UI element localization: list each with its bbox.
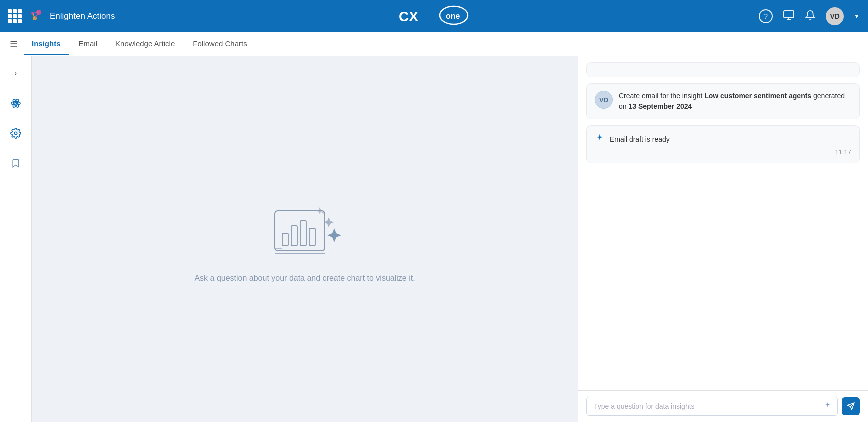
help-icon[interactable]: ? xyxy=(759,9,773,23)
message-header: VD Create email for the insight Low cust… xyxy=(595,91,852,112)
svg-text:one: one xyxy=(446,12,460,20)
chat-input[interactable] xyxy=(586,397,838,416)
message-card-ai: Email draft is ready 11:17 xyxy=(586,125,860,163)
right-chat-panel: VD Create email for the insight Low cust… xyxy=(578,56,868,422)
nav-left: Enlighten Actions xyxy=(8,7,115,25)
svg-rect-20 xyxy=(300,221,306,246)
send-icon xyxy=(847,402,855,410)
tab-email[interactable]: Email xyxy=(71,33,106,55)
user-avatar[interactable]: VD xyxy=(826,7,844,25)
send-button[interactable] xyxy=(842,397,860,415)
apps-grid-icon[interactable] xyxy=(8,9,22,23)
monitor-icon[interactable] xyxy=(783,9,795,24)
sidebar-atom-icon[interactable] xyxy=(7,94,25,112)
sidebar-expand-button[interactable]: › xyxy=(7,64,25,82)
ai-message-header: Email draft is ready xyxy=(595,133,852,145)
main-layout: › xyxy=(0,56,868,422)
cxone-logo-center: CX one xyxy=(399,5,469,27)
user-menu-chevron-icon[interactable]: ▼ xyxy=(854,13,860,20)
message-card-partial xyxy=(586,62,860,77)
sidebar-bookmark-icon[interactable] xyxy=(7,154,25,172)
svg-text:CX: CX xyxy=(399,9,418,24)
svg-rect-18 xyxy=(282,233,288,246)
svg-rect-19 xyxy=(292,226,298,246)
svg-rect-9 xyxy=(784,11,794,18)
user-message-text: Create email for the insight Low custome… xyxy=(619,91,852,112)
tab-insights[interactable]: Insights xyxy=(24,33,69,55)
svg-point-16 xyxy=(14,132,18,135)
empty-state-text: Ask a question about your data and creat… xyxy=(194,274,415,283)
nav-right: ? VD ▼ xyxy=(759,7,860,25)
chat-input-area xyxy=(578,390,868,422)
enlighten-logo-icon xyxy=(28,7,46,25)
sub-navigation: ☰ Insights Email Knowledge Article Follo… xyxy=(0,32,868,56)
divider xyxy=(578,388,868,388)
brand-logo: Enlighten Actions xyxy=(28,7,115,25)
hamburger-menu-icon[interactable]: ☰ xyxy=(6,39,22,50)
empty-state: Ask a question about your data and creat… xyxy=(194,196,415,283)
svg-point-12 xyxy=(15,102,17,104)
bell-icon[interactable] xyxy=(805,10,816,23)
tab-followed-charts[interactable]: Followed Charts xyxy=(185,33,255,55)
ai-message-text: Email draft is ready xyxy=(610,135,670,143)
svg-rect-21 xyxy=(310,228,316,246)
ai-sparkle-icon xyxy=(595,133,605,145)
brand-name: Enlighten Actions xyxy=(50,11,115,21)
tab-knowledge-article[interactable]: Knowledge Article xyxy=(108,33,183,55)
cxone-logo: CX one xyxy=(399,5,469,25)
chevron-right-icon: › xyxy=(14,69,17,78)
chart-illustration-icon xyxy=(265,196,345,266)
user-message-avatar: VD xyxy=(595,91,613,109)
message-timestamp: 11:17 xyxy=(595,148,852,156)
main-content-area: Ask a question about your data and creat… xyxy=(32,56,578,422)
chat-input-wrapper xyxy=(586,397,838,416)
message-card-user: VD Create email for the insight Low cust… xyxy=(586,83,860,119)
sidebar-settings-icon[interactable] xyxy=(7,124,25,142)
top-navigation: Enlighten Actions CX one ? VD ▼ xyxy=(0,0,868,32)
left-sidebar: › xyxy=(0,56,32,422)
chat-messages-list: VD Create email for the insight Low cust… xyxy=(578,56,868,386)
